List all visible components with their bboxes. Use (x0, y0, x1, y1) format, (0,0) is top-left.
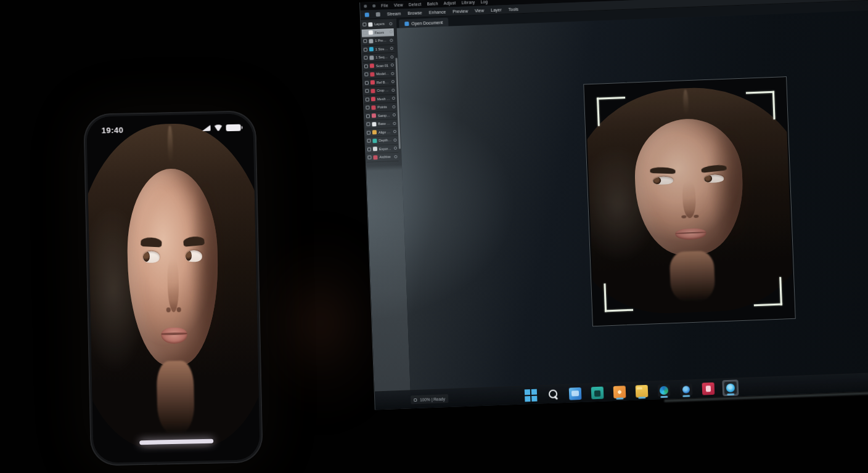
visibility-toggle-icon[interactable] (366, 106, 369, 110)
portrait-neck (157, 360, 195, 434)
media-app[interactable] (700, 380, 716, 397)
app-red-icon (702, 382, 715, 395)
menu-item-stream[interactable]: Stream (387, 11, 401, 16)
start-button[interactable] (523, 387, 539, 403)
titlebar-item-adjust[interactable]: Adjust (444, 1, 456, 6)
focus-bracket-top-right (746, 91, 776, 121)
menu-item-enhance[interactable]: Enhance (428, 9, 446, 14)
visibility-toggle-icon[interactable] (364, 56, 367, 60)
layer-label: Samples 01 (378, 113, 391, 118)
running-indicator (638, 397, 645, 398)
lock-icon[interactable] (393, 122, 396, 125)
phone-portrait-photo (86, 113, 260, 463)
menu-item-preview[interactable]: Preview (452, 9, 468, 14)
lock-icon[interactable] (393, 130, 396, 133)
titlebar-item-log[interactable]: Log (480, 0, 488, 4)
focus-bracket-bottom-right (753, 277, 782, 307)
visibility-toggle-icon[interactable] (367, 147, 371, 151)
layer-thumbnail (370, 63, 374, 68)
lock-icon[interactable] (390, 47, 393, 50)
edge-browser[interactable] (655, 382, 672, 398)
layer-label: Base Grid (378, 121, 391, 126)
photo-frame[interactable] (583, 76, 796, 326)
status-text: 100% | Ready (420, 397, 445, 402)
titlebar-item-file[interactable]: File (381, 3, 388, 7)
menu-item-view[interactable]: View (475, 8, 484, 13)
layer-thumbnail (370, 72, 374, 76)
visibility-toggle-icon[interactable] (364, 47, 367, 51)
layer-row-archive[interactable]: Archive (366, 153, 398, 162)
lock-icon[interactable] (390, 30, 393, 33)
visibility-toggle-icon[interactable] (365, 81, 369, 84)
titlebar-item-detect[interactable]: Detect (409, 2, 422, 7)
lock-icon[interactable] (391, 72, 394, 75)
layer-label: Mesh Map (377, 97, 390, 101)
lock-icon[interactable] (394, 155, 397, 158)
lock-icon[interactable] (394, 147, 397, 150)
menu-item-browse[interactable]: Browse (407, 10, 422, 15)
visibility-toggle-icon[interactable] (366, 123, 370, 126)
battery-icon (226, 124, 240, 131)
visibility-toggle-icon[interactable] (366, 97, 369, 101)
dark-room-scene: 19:40 FileViewDetectBatchAdjustLibraryLo… (0, 0, 868, 473)
lock-icon[interactable] (391, 89, 395, 92)
visibility-toggle-icon[interactable] (367, 131, 371, 134)
chat-app[interactable] (678, 381, 694, 398)
menu-item-tools[interactable]: Tools (508, 7, 518, 12)
visibility-toggle-icon[interactable] (364, 73, 368, 76)
visibility-toggle-icon[interactable] (363, 31, 367, 34)
visibility-toggle-icon[interactable] (367, 156, 371, 160)
layer-thumbnail (369, 55, 374, 60)
folder-app[interactable] (634, 382, 650, 399)
lock-icon[interactable] (390, 55, 393, 59)
lock-icon[interactable] (392, 105, 395, 108)
file-explorer[interactable] (567, 385, 584, 402)
lock-icon[interactable] (392, 97, 395, 100)
document-icon (404, 22, 409, 26)
lock-icon[interactable] (393, 113, 396, 116)
layer-list: LayersFaces1 Preview1 Stream1 SequenceSc… (361, 20, 399, 162)
titlebar-item-batch[interactable]: Batch (427, 1, 438, 6)
lock-icon[interactable] (391, 80, 395, 83)
lock-icon[interactable] (389, 22, 392, 25)
search-button[interactable] (545, 386, 562, 403)
layer-label: Crop Mask (377, 88, 390, 92)
status-icon (414, 398, 417, 401)
visibility-toggle-icon[interactable] (366, 114, 370, 118)
phone-clock: 19:40 (101, 125, 123, 135)
focus-bracket-bottom-left (604, 283, 633, 312)
visibility-toggle-icon[interactable] (362, 23, 366, 26)
layer-thumbnail (371, 80, 375, 84)
visibility-toggle-icon[interactable] (365, 89, 369, 93)
layer-label: Export Queue (379, 147, 392, 151)
running-indicator (727, 394, 734, 395)
window-control-icon[interactable] (372, 4, 375, 7)
visibility-toggle-icon[interactable] (363, 39, 367, 43)
layer-label: Align Set (379, 130, 391, 134)
layer-thumbnail (373, 155, 377, 160)
editor-canvas[interactable] (397, 10, 868, 408)
layer-label: 1 Stream (375, 47, 388, 51)
lock-icon[interactable] (393, 139, 396, 142)
face-scan-app[interactable] (722, 379, 739, 396)
layer-thumbnail (371, 97, 375, 101)
app-blue-icon (680, 383, 693, 396)
titlebar-item-view[interactable]: View (394, 2, 403, 7)
start-icon (525, 389, 538, 402)
store-app[interactable] (589, 384, 606, 401)
edge-icon (658, 384, 671, 397)
photos-icon (613, 386, 626, 398)
lock-icon[interactable] (391, 63, 394, 67)
visibility-toggle-icon[interactable] (364, 64, 368, 68)
window-control-icon[interactable] (364, 5, 367, 8)
home-icon[interactable] (376, 12, 380, 16)
titlebar-item-library[interactable]: Library (461, 0, 475, 5)
visibility-toggle-icon[interactable] (367, 139, 371, 143)
layer-thumbnail (372, 113, 376, 118)
photos-app[interactable] (612, 384, 628, 400)
menu-item-layer[interactable]: Layer (491, 7, 502, 12)
layer-thumbnail (369, 39, 373, 43)
layer-label: Model Set (376, 72, 389, 76)
layer-label: Points (377, 105, 390, 109)
lock-icon[interactable] (390, 39, 393, 42)
